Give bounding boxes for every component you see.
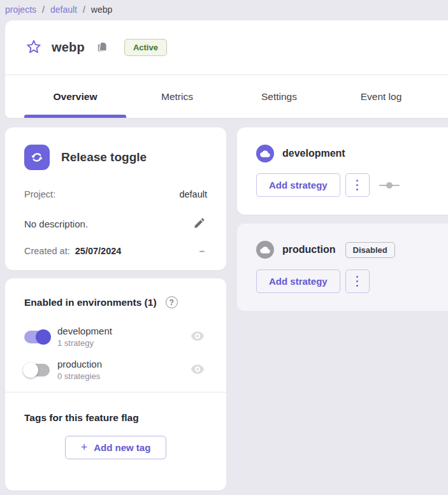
flag-type-row: Release toggle xyxy=(24,145,207,170)
environment-name: production xyxy=(57,359,189,369)
commit-icon xyxy=(379,182,400,189)
breadcrumb-separator: / xyxy=(83,4,85,15)
environment-menu-button[interactable] xyxy=(345,173,370,197)
left-column: Release toggle Project: default No descr… xyxy=(5,127,226,495)
breadcrumb-default-link[interactable]: default xyxy=(50,4,77,15)
favorite-button[interactable] xyxy=(25,39,42,56)
tags-panel: Tags for this feature flag + Add new tag xyxy=(5,392,226,459)
environment-name: development xyxy=(57,326,189,336)
flag-type-title: Release toggle xyxy=(61,150,147,164)
feature-header-card: webp Active Overview Metrics Settings Ev… xyxy=(5,20,448,118)
toggle-knob xyxy=(36,329,51,345)
description-text: No description. xyxy=(24,219,88,229)
created-label: Created at: xyxy=(24,246,70,256)
environment-card-production: production Disabled Add strategy xyxy=(237,224,448,311)
description-row: No description. xyxy=(24,216,207,231)
flag-details-card: Release toggle Project: default No descr… xyxy=(5,127,226,270)
right-column: development Add strategy xyxy=(237,127,448,495)
production-toggle[interactable] xyxy=(24,364,50,377)
project-value: default xyxy=(179,189,207,199)
add-strategy-button[interactable]: Add strategy xyxy=(256,269,340,293)
cloud-icon xyxy=(256,241,274,259)
preview-environment-button[interactable] xyxy=(189,364,206,377)
add-new-tag-button[interactable]: + Add new tag xyxy=(65,436,167,459)
status-badge: Active xyxy=(124,39,167,56)
environment-menu-button[interactable] xyxy=(345,269,370,293)
environment-card-development: development Add strategy xyxy=(237,127,448,215)
environment-strategy-count: 0 strategies xyxy=(57,371,189,381)
plus-icon: + xyxy=(81,441,88,454)
tab-overview[interactable]: Overview xyxy=(24,75,126,118)
feature-title-row: webp Active xyxy=(5,20,448,75)
copy-name-button[interactable] xyxy=(96,41,110,55)
tab-settings[interactable]: Settings xyxy=(228,75,330,118)
cloud-icon xyxy=(256,145,274,162)
environment-card-name: development xyxy=(282,148,345,159)
preview-environment-button[interactable] xyxy=(189,331,206,343)
toggle-knob xyxy=(23,362,38,378)
add-new-tag-label: Add new tag xyxy=(94,442,150,453)
eye-icon xyxy=(191,331,205,343)
breadcrumb-current: webp xyxy=(91,4,112,15)
breadcrumb: projects / default / webp xyxy=(5,0,112,19)
project-row: Project: default xyxy=(24,189,207,199)
tab-event-log[interactable]: Event log xyxy=(330,75,432,118)
environments-panel-card: Enabled in environments (1) ? developmen… xyxy=(5,278,226,491)
add-strategy-button[interactable]: Add strategy xyxy=(256,173,340,197)
created-value: 25/07/2024 xyxy=(75,246,122,256)
environment-strategy-count: 1 strategy xyxy=(57,338,189,348)
edit-description-button[interactable] xyxy=(192,216,207,231)
breadcrumb-separator: / xyxy=(42,4,45,15)
tab-bar: Overview Metrics Settings Event log xyxy=(5,75,448,118)
environment-row-development: development 1 strategy xyxy=(24,326,207,348)
enabled-environments-title: Enabled in environments (1) xyxy=(24,297,157,308)
environment-row-production: production 0 strategies xyxy=(24,359,207,381)
development-toggle[interactable] xyxy=(24,331,50,343)
project-label: Project: xyxy=(24,189,55,199)
tab-metrics[interactable]: Metrics xyxy=(126,75,228,118)
pencil-icon xyxy=(193,217,206,231)
environment-card-name: production xyxy=(282,244,336,255)
star-icon xyxy=(26,39,41,56)
eye-icon xyxy=(191,364,205,376)
breadcrumb-projects-link[interactable]: projects xyxy=(5,4,36,15)
help-icon[interactable]: ? xyxy=(166,296,178,308)
created-row: Created at: 25/07/2024 – xyxy=(24,245,207,256)
disabled-badge: Disabled xyxy=(345,242,395,258)
stale-indicator: – xyxy=(199,245,207,256)
kebab-icon xyxy=(356,180,359,182)
page-title: webp xyxy=(52,40,85,55)
main-content: Release toggle Project: default No descr… xyxy=(5,127,448,495)
copy-icon xyxy=(96,41,108,55)
kebab-icon xyxy=(356,276,359,278)
release-toggle-icon xyxy=(24,145,50,170)
tags-title: Tags for this feature flag xyxy=(24,412,207,424)
